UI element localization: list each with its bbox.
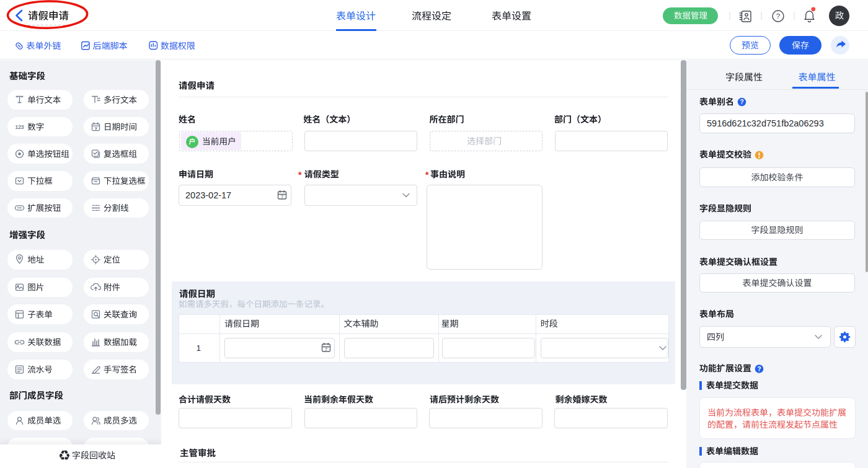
- svg-text:7: 7: [281, 194, 284, 200]
- svg-text:?: ?: [740, 99, 743, 105]
- svg-text:123: 123: [15, 124, 24, 130]
- svg-text:?: ?: [776, 12, 780, 20]
- svg-text:?: ?: [757, 366, 761, 373]
- svg-text:7: 7: [325, 347, 328, 352]
